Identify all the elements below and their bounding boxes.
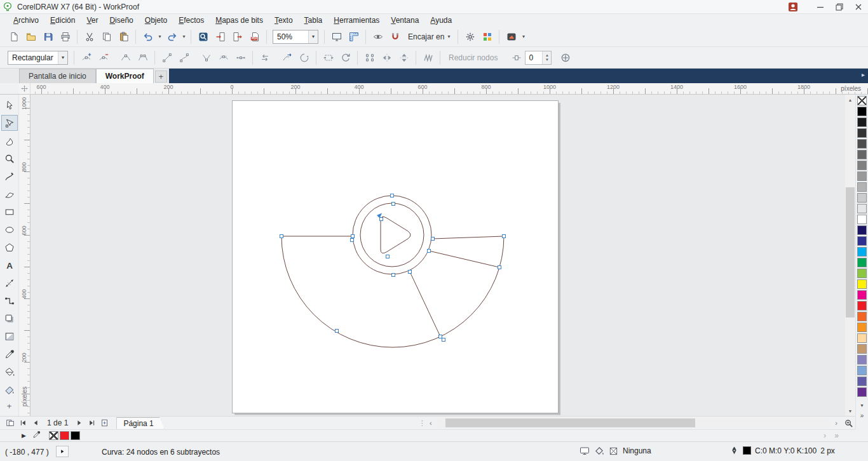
- document-palette-swatch-none[interactable]: [49, 431, 58, 440]
- polygon-tool[interactable]: [1, 239, 18, 255]
- print-button[interactable]: [57, 29, 74, 45]
- symmetric-node-button[interactable]: [232, 50, 249, 66]
- search-content-button[interactable]: [194, 29, 212, 45]
- reduce-nodes-button[interactable]: Reducir nodos: [444, 53, 503, 62]
- document-palette-swatch-000000[interactable]: [71, 431, 80, 440]
- selection-mode-select[interactable]: Rectangular▾: [8, 51, 68, 65]
- curve-node[interactable]: [392, 274, 395, 277]
- palette-swatch-000000[interactable]: [857, 107, 867, 116]
- curve-node[interactable]: [442, 338, 445, 342]
- minimize-button[interactable]: [811, 0, 830, 14]
- add-tools-button[interactable]: +: [3, 400, 16, 412]
- restore-button[interactable]: [830, 0, 849, 14]
- dynamic-guides-button[interactable]: [369, 29, 386, 45]
- document-palette-eyedropper-icon[interactable]: [32, 431, 43, 441]
- menu-mapas-de-bits[interactable]: Mapas de bits: [210, 15, 269, 26]
- scroll-right-button[interactable]: ›: [831, 417, 841, 429]
- palette-swatch-ffd9a0[interactable]: [857, 333, 867, 343]
- artistic-media-tool[interactable]: [1, 186, 18, 202]
- document-palette-flyout-icon[interactable]: ▶: [22, 432, 26, 439]
- app-launcher-button[interactable]: [478, 29, 496, 45]
- cut-button[interactable]: [81, 29, 98, 45]
- menu-ventana[interactable]: Ventana: [385, 15, 424, 26]
- palette-swatch-f26522[interactable]: [857, 312, 867, 321]
- delete-node-button[interactable]: [95, 50, 112, 66]
- dimension-tool[interactable]: [1, 276, 18, 291]
- standard-toolbar-dropdown-arrow-icon[interactable]: ▾: [180, 29, 187, 45]
- fullscreen-preview-button[interactable]: [328, 29, 345, 45]
- document-tab-workproof[interactable]: WorkProof: [96, 69, 154, 83]
- palette-swatch-2e3192[interactable]: [857, 236, 867, 246]
- standard-toolbar-dropdown-arrow-icon[interactable]: ▾: [156, 29, 163, 45]
- options-gear-button[interactable]: [461, 29, 478, 45]
- palette-swatch-ed1c24[interactable]: [857, 301, 867, 311]
- palette-swatch-e6e6e6[interactable]: [857, 204, 867, 213]
- rotate-nodes-button[interactable]: [337, 50, 354, 66]
- palette-swatch-none[interactable]: [857, 96, 867, 105]
- shape-tool[interactable]: [1, 115, 18, 131]
- eyedropper-tool[interactable]: [1, 347, 18, 363]
- text-tool[interactable]: A: [1, 257, 18, 273]
- zoom-fit-button[interactable]: [841, 417, 855, 429]
- import-button[interactable]: [212, 29, 229, 45]
- convert-to-line-button[interactable]: [158, 50, 175, 66]
- smart-fill-tool[interactable]: [1, 382, 18, 398]
- redo-button[interactable]: [163, 29, 180, 45]
- menu-archivo[interactable]: Archivo: [8, 15, 44, 26]
- menu-efectos[interactable]: Efectos: [173, 15, 210, 26]
- curve-smoothness-value-stepper[interactable]: ▲▼: [542, 51, 551, 64]
- welcome-screen-button[interactable]: [503, 29, 520, 45]
- copy-button[interactable]: [98, 29, 115, 45]
- reflect-vertical-button[interactable]: [395, 50, 412, 66]
- scroll-down-button[interactable]: ▼: [845, 406, 855, 416]
- align-nodes-button[interactable]: [361, 50, 378, 66]
- scrollbar-splitter[interactable]: ⋮: [419, 419, 426, 427]
- paste-button[interactable]: [115, 29, 132, 45]
- palette-swatch-7da7d9[interactable]: [857, 366, 867, 375]
- palette-swatch-666666[interactable]: [857, 150, 867, 159]
- curve-node[interactable]: [392, 203, 395, 206]
- scroll-left-button[interactable]: ‹: [426, 417, 436, 429]
- vertical-scrollbar[interactable]: ▲ ▼: [845, 95, 855, 416]
- zoom-level-select-arrow-icon[interactable]: ▾: [308, 30, 318, 43]
- next-page-button[interactable]: [73, 417, 86, 429]
- canvas-area[interactable]: [31, 95, 845, 416]
- export-button[interactable]: [229, 29, 246, 45]
- join-nodes-button[interactable]: [117, 50, 134, 66]
- new-document-button[interactable]: [5, 29, 22, 45]
- account-icon[interactable]: [788, 2, 801, 13]
- menu-herramientas[interactable]: Herramientas: [328, 15, 385, 26]
- close-button[interactable]: [849, 0, 868, 14]
- curve-node[interactable]: [336, 330, 339, 333]
- palette-swatch-c49a6c[interactable]: [857, 344, 867, 354]
- menu-diseno[interactable]: Diseño: [104, 15, 139, 26]
- curve-node[interactable]: [503, 235, 506, 238]
- transparency-tool[interactable]: [1, 329, 18, 345]
- vertical-ruler[interactable]: píxeles 1000800600400200: [19, 95, 31, 416]
- undo-button[interactable]: [139, 29, 156, 45]
- palette-scroll-down-icon[interactable]: ▼: [856, 403, 868, 408]
- curve-node[interactable]: [431, 237, 435, 241]
- fill-status-icon[interactable]: [594, 446, 604, 456]
- drop-shadow-tool[interactable]: [1, 311, 18, 327]
- stretch-nodes-button[interactable]: [320, 50, 337, 66]
- smear-tool[interactable]: [1, 133, 18, 149]
- show-rulers-button[interactable]: [345, 29, 362, 45]
- tab-scroll-arrow-icon[interactable]: ▸: [862, 71, 865, 78]
- curve-node[interactable]: [409, 271, 412, 274]
- curve-node[interactable]: [391, 194, 394, 197]
- zoom-level-select[interactable]: 50%▾: [273, 30, 318, 44]
- snap-options-button[interactable]: [386, 29, 403, 45]
- new-document-tab-button[interactable]: +: [155, 70, 167, 83]
- document-palette-scroll-icon[interactable]: ›: [824, 431, 826, 440]
- curve-node[interactable]: [380, 218, 383, 221]
- selection-mode-select-arrow-icon[interactable]: ▾: [58, 51, 67, 64]
- palette-swatch-605ca8[interactable]: [857, 377, 867, 386]
- menu-objeto[interactable]: Objeto: [139, 15, 173, 26]
- standard-toolbar-dropdown-arrow-icon[interactable]: ▾: [520, 29, 527, 45]
- no-fill-icon[interactable]: [609, 446, 618, 456]
- open-button[interactable]: [22, 29, 39, 45]
- curve-node[interactable]: [280, 235, 283, 238]
- document-palette-more-icon[interactable]: »: [834, 431, 839, 440]
- extract-subpath-button[interactable]: [278, 50, 295, 66]
